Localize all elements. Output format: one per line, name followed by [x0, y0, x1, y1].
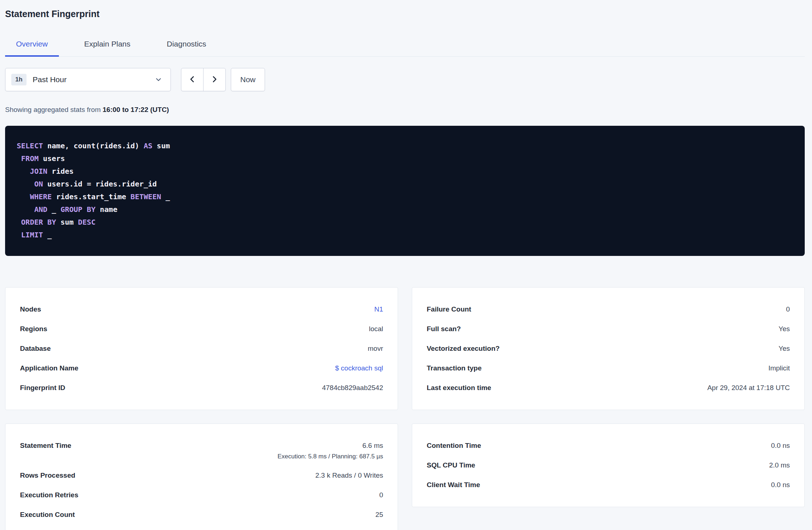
row-label: Fingerprint ID: [20, 383, 65, 393]
tab-explain-plans[interactable]: Explain Plans: [73, 35, 141, 56]
row-value-wrap: 4784cb829aab2542: [322, 383, 383, 393]
statement-fingerprint-page: Statement Fingerprint Overview Explain P…: [0, 0, 812, 530]
row-label: Last execution time: [427, 383, 491, 393]
sql-statement: SELECT name, count(rides.id) AS sum FROM…: [5, 126, 805, 256]
row-value-wrap: 0: [786, 304, 790, 314]
row-label: Application Name: [20, 363, 78, 373]
row-value-wrap: 2.0 ms: [769, 460, 790, 470]
row-value-wrap: Apr 29, 2024 at 17:18 UTC: [707, 383, 790, 393]
card-row: Execution Retries0: [20, 485, 383, 505]
row-label: Rows Processed: [20, 470, 75, 480]
tab-overview[interactable]: Overview: [5, 35, 59, 56]
row-value: 25: [375, 510, 383, 519]
card-row: Statement Time6.6 msExecution: 5.8 ms / …: [20, 436, 383, 466]
sql-line: FROM users: [17, 152, 793, 165]
chevron-left-icon: [188, 75, 197, 85]
statement-details-card: NodesN1RegionslocalDatabasemovrApplicati…: [5, 287, 398, 410]
sql-line: AND _ GROUP BY name: [17, 203, 793, 216]
row-label: Nodes: [20, 304, 41, 314]
sql-line: ON users.id = rides.rider_id: [17, 178, 793, 190]
row-label: Execution Count: [20, 510, 75, 519]
row-value-wrap: Yes: [779, 344, 790, 353]
card-row: NodesN1: [20, 300, 383, 319]
row-value-wrap: 0: [379, 490, 383, 500]
sql-line: SELECT name, count(rides.id) AS sum: [17, 140, 793, 152]
statement-time-card: Statement Time6.6 msExecution: 5.8 ms / …: [5, 423, 398, 530]
row-value: Yes: [779, 324, 790, 334]
now-button[interactable]: Now: [231, 68, 265, 91]
sql-line: JOIN rides: [17, 165, 793, 178]
row-value-wrap: $ cockroach sql: [335, 363, 383, 373]
details-cards-row: NodesN1RegionslocalDatabasemovrApplicati…: [5, 287, 805, 410]
prev-interval-button[interactable]: [181, 68, 204, 91]
row-label: SQL CPU Time: [427, 460, 475, 470]
row-value-wrap: local: [369, 324, 383, 334]
card-row: Databasemovr: [20, 339, 383, 358]
row-value: 0.0 ns: [771, 480, 790, 490]
row-value-wrap: movr: [368, 344, 383, 353]
card-row: Rows Processed2.3 k Reads / 0 Writes: [20, 466, 383, 485]
card-row: Failure Count0: [427, 300, 790, 319]
tab-bar: Overview Explain Plans Diagnostics: [5, 35, 805, 57]
card-row: Client Wait Time0.0 ns: [427, 475, 790, 495]
row-value-wrap: 0.0 ns: [771, 480, 790, 490]
card-row: Transaction typeImplicit: [427, 358, 790, 378]
execution-attributes-card: Failure Count0Full scan?YesVectorized ex…: [412, 287, 805, 410]
page-title: Statement Fingerprint: [5, 7, 805, 19]
row-value: local: [369, 324, 383, 334]
row-value-wrap: 2.3 k Reads / 0 Writes: [315, 470, 383, 480]
card-row: Fingerprint ID4784cb829aab2542: [20, 378, 383, 398]
chevron-right-icon: [210, 75, 219, 85]
stats-prefix: Showing aggregated stats from: [5, 106, 101, 113]
time-range-select[interactable]: 1h Past Hour: [5, 68, 171, 91]
row-label: Transaction type: [427, 363, 482, 373]
time-range-badge: 1h: [11, 74, 27, 85]
next-interval-button[interactable]: [203, 68, 226, 91]
row-value: Yes: [779, 344, 790, 353]
row-value-wrap: Implicit: [768, 363, 790, 373]
aggregated-stats-line: Showing aggregated stats from 16:00 to 1…: [5, 106, 805, 114]
chevron-down-icon: [154, 76, 162, 84]
row-subvalue: Execution: 5.8 ms / Planning: 687.5 µs: [278, 452, 383, 461]
contention-card: Contention Time0.0 nsSQL CPU Time2.0 msC…: [412, 423, 805, 507]
row-value-link[interactable]: N1: [374, 304, 383, 314]
row-label: Statement Time: [20, 441, 71, 450]
sql-line: ORDER BY sum DESC: [17, 216, 793, 229]
time-range-label: Past Hour: [33, 75, 67, 84]
row-value-link[interactable]: $ cockroach sql: [335, 363, 383, 373]
row-value: 0.0 ns: [771, 441, 790, 450]
card-row: Last execution timeApr 29, 2024 at 17:18…: [427, 378, 790, 398]
row-label: Vectorized execution?: [427, 344, 500, 353]
card-row: Full scan?Yes: [427, 319, 790, 339]
time-controls: 1h Past Hour Now: [5, 68, 805, 91]
interval-arrows: [181, 68, 226, 91]
row-value: 4784cb829aab2542: [322, 383, 383, 393]
card-row: Execution Count25: [20, 505, 383, 525]
row-value: Implicit: [768, 363, 790, 373]
row-value: Apr 29, 2024 at 17:18 UTC: [707, 383, 790, 393]
row-label: Failure Count: [427, 304, 471, 314]
row-value-wrap: 6.6 msExecution: 5.8 ms / Planning: 687.…: [278, 441, 383, 461]
row-label: Regions: [20, 324, 47, 334]
sql-line: LIMIT _: [17, 229, 793, 241]
row-value: 2.3 k Reads / 0 Writes: [315, 470, 383, 480]
row-value: 2.0 ms: [769, 460, 790, 470]
row-label: Execution Retries: [20, 490, 79, 500]
sql-line: WHERE rides.start_time BETWEEN _: [17, 190, 793, 203]
row-value: 6.6 ms: [278, 441, 383, 450]
row-value: 0: [786, 304, 790, 314]
card-row: Contention Time0.0 ns: [427, 436, 790, 455]
row-label: Full scan?: [427, 324, 461, 334]
stats-range: 16:00 to 17:22 (UTC): [102, 106, 169, 113]
card-row: Application Name$ cockroach sql: [20, 358, 383, 378]
row-value-wrap: Yes: [779, 324, 790, 334]
row-value-wrap: 0.0 ns: [771, 441, 790, 450]
performance-cards-row: Statement Time6.6 msExecution: 5.8 ms / …: [5, 423, 805, 530]
tab-diagnostics[interactable]: Diagnostics: [156, 35, 217, 56]
row-value: 0: [379, 490, 383, 500]
card-row: Vectorized execution?Yes: [427, 339, 790, 358]
row-value: movr: [368, 344, 383, 353]
row-value-wrap: 25: [375, 510, 383, 519]
row-value-wrap: N1: [374, 304, 383, 314]
row-label: Contention Time: [427, 441, 481, 450]
